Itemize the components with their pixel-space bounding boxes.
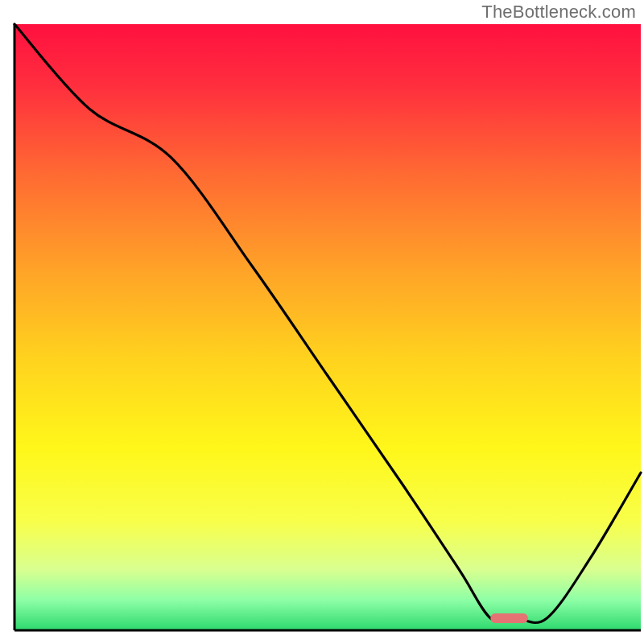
sweet-spot-marker: [490, 613, 528, 623]
chart-stage: TheBottleneck.com: [0, 0, 644, 644]
plot-area: [14, 24, 641, 630]
bottleneck-chart: [0, 0, 644, 644]
